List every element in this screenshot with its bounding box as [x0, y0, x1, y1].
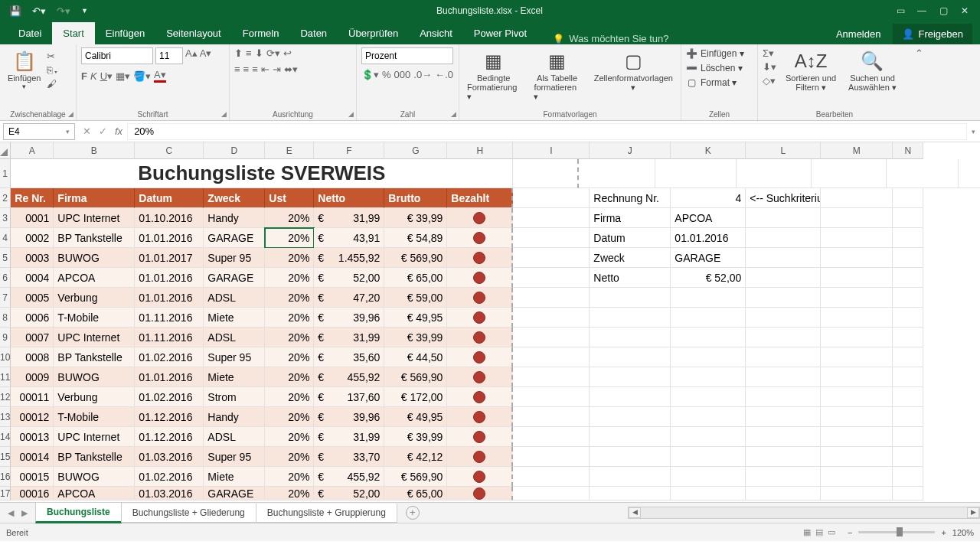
cell[interactable] — [513, 447, 590, 467]
normal-view-icon[interactable]: ▦ — [803, 527, 811, 537]
cell[interactable] — [590, 427, 671, 447]
cell[interactable]: Super 95 — [204, 248, 265, 268]
cell[interactable]: 01.01.2016 — [135, 288, 204, 308]
table-header-cell[interactable]: Datum — [135, 188, 204, 208]
cell[interactable] — [513, 328, 590, 347]
cell[interactable] — [893, 268, 923, 288]
cell[interactable] — [893, 407, 923, 427]
cell[interactable]: 20% — [265, 447, 314, 467]
cell[interactable]: 01.01.2016 — [135, 268, 204, 288]
sheet-tab-2[interactable]: Buchungsliste + Gliederung — [121, 504, 256, 523]
font-size-select[interactable] — [155, 47, 183, 64]
tab-ueberpruefen[interactable]: Überprüfen — [338, 22, 409, 44]
redo-icon[interactable]: ↷▾ — [57, 5, 70, 17]
cell[interactable]: 01.03.2016 — [135, 487, 204, 500]
align-bottom-icon[interactable]: ⬇ — [255, 47, 263, 59]
decrease-decimal-icon[interactable]: ←.0 — [435, 69, 453, 80]
format-as-table-button[interactable]: ▦Als Tabelleformatieren ▾ — [531, 47, 583, 103]
dialog-launcher-icon[interactable]: ◢ — [348, 110, 354, 118]
cell[interactable]: € 54,89 — [384, 228, 447, 248]
horizontal-scrollbar[interactable]: ◀ ▶ — [628, 507, 980, 519]
cell[interactable] — [746, 248, 821, 268]
col-header[interactable]: G — [384, 142, 447, 159]
cell[interactable]: Handy — [204, 407, 265, 427]
cell[interactable]: 01.02.2016 — [135, 467, 204, 487]
zoom-out-icon[interactable]: − — [848, 528, 852, 537]
cell[interactable]: 01.12.2016 — [135, 407, 204, 427]
cell[interactable] — [671, 387, 746, 407]
cell[interactable] — [513, 487, 590, 500]
cut-icon[interactable]: ✂ — [47, 51, 59, 62]
tab-start[interactable]: Start — [52, 22, 94, 44]
cell[interactable]: APCOA — [54, 268, 135, 288]
cell[interactable] — [746, 467, 821, 487]
paid-cell[interactable] — [447, 427, 513, 447]
cell[interactable] — [590, 467, 671, 487]
cell[interactable]: 20% — [265, 248, 314, 268]
cell[interactable] — [746, 447, 821, 467]
find-select-button[interactable]: 🔍Suchen undAuswählen ▾ — [845, 47, 900, 94]
insert-cells-button[interactable]: ➕Einfügen ▾ — [686, 47, 753, 60]
cell[interactable] — [893, 487, 923, 500]
cell[interactable]: 0008 — [11, 347, 54, 367]
cell[interactable] — [821, 328, 893, 347]
cell[interactable] — [590, 347, 671, 367]
cell[interactable]: Super 95 — [204, 447, 265, 467]
page-layout-icon[interactable]: ▤ — [815, 527, 823, 537]
cell[interactable] — [746, 268, 821, 288]
cell[interactable] — [746, 288, 821, 308]
cell[interactable]: UPC Internet — [54, 328, 135, 347]
save-icon[interactable]: 💾 — [9, 5, 21, 17]
cell[interactable]: BUWOG — [54, 367, 135, 387]
cell[interactable]: Zweck — [590, 248, 671, 268]
cell[interactable]: € 65,00 — [384, 268, 447, 288]
cell[interactable] — [893, 208, 923, 228]
cell[interactable]: 20% — [265, 487, 314, 500]
name-box[interactable]: E4 — [3, 123, 75, 140]
cell[interactable]: 20% — [265, 387, 314, 407]
cell[interactable] — [590, 367, 671, 387]
cell[interactable]: 0002 — [11, 228, 54, 248]
cell[interactable] — [513, 308, 590, 328]
dialog-launcher-icon[interactable]: ◢ — [68, 110, 74, 118]
cell[interactable] — [746, 328, 821, 347]
cell[interactable] — [821, 367, 893, 387]
cell[interactable]: € 65,00 — [384, 487, 447, 500]
cell[interactable]: T-Mobile — [54, 308, 135, 328]
row-header[interactable]: 11 — [0, 367, 11, 387]
table-header-cell[interactable]: Zweck — [204, 188, 265, 208]
row-header[interactable]: 7 — [0, 288, 11, 308]
cell[interactable] — [590, 308, 671, 328]
cell[interactable]: 01.02.2016 — [135, 387, 204, 407]
col-header[interactable]: K — [671, 142, 746, 159]
cell[interactable] — [746, 208, 821, 228]
paid-cell[interactable] — [447, 487, 513, 500]
netto-cell[interactable]: €35,60 — [314, 347, 384, 367]
cell[interactable] — [821, 407, 893, 427]
paid-cell[interactable] — [447, 467, 513, 487]
cell[interactable] — [821, 208, 893, 228]
col-header[interactable]: J — [590, 142, 671, 159]
netto-cell[interactable]: €52,00 — [314, 268, 384, 288]
netto-cell[interactable]: €31,99 — [314, 427, 384, 447]
cell[interactable] — [513, 367, 590, 387]
copy-icon[interactable]: ⎘▾ — [47, 64, 59, 76]
cell[interactable]: Rechnung Nr. — [590, 188, 671, 208]
orientation-icon[interactable]: ⟳▾ — [266, 47, 280, 59]
paid-cell[interactable] — [447, 407, 513, 427]
italic-button[interactable]: K — [90, 70, 97, 82]
fill-icon[interactable]: ⬇▾ — [763, 61, 776, 73]
row-header[interactable]: 4 — [0, 228, 11, 248]
tab-seitenlayout[interactable]: Seitenlayout — [155, 22, 232, 44]
cell[interactable]: Datum — [590, 228, 671, 248]
cell[interactable] — [821, 268, 893, 288]
cell[interactable]: Strom — [204, 387, 265, 407]
grow-font-icon[interactable]: A▴ — [185, 47, 198, 64]
table-header-cell[interactable]: Brutto — [384, 188, 447, 208]
table-header-cell[interactable]: Netto — [314, 188, 384, 208]
cell[interactable]: UPC Internet — [54, 208, 135, 228]
cell[interactable] — [590, 387, 671, 407]
cell[interactable]: 0006 — [11, 308, 54, 328]
cell[interactable]: Miete — [204, 308, 265, 328]
fill-color-button[interactable]: 🪣▾ — [133, 70, 151, 82]
